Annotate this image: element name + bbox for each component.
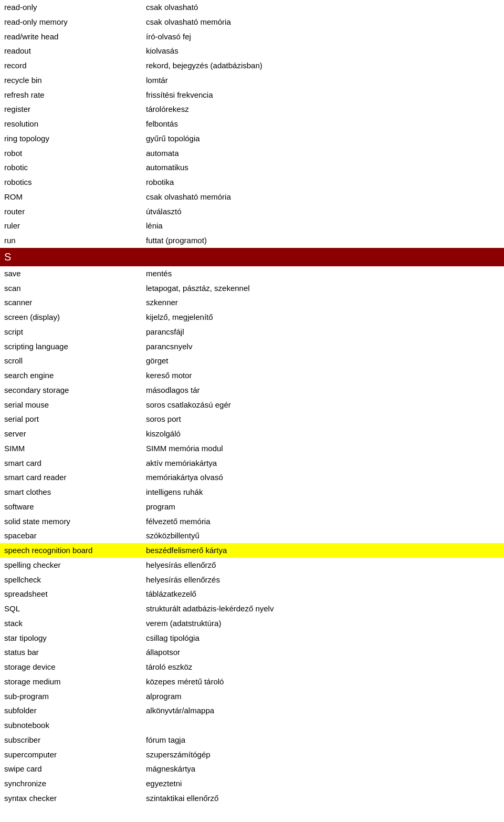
- term: subscriber: [0, 733, 142, 747]
- translation: alkönyvtár/almappa: [142, 703, 504, 718]
- translation: parancsnyelv: [142, 339, 504, 354]
- term: resolution: [0, 117, 142, 131]
- list-item: screen (display) kijelző, megjelenítő: [0, 310, 504, 325]
- list-item: subnotebook: [0, 718, 504, 733]
- term: SIMM: [0, 441, 142, 456]
- list-item: ROM csak olvasható memória: [0, 190, 504, 204]
- translation: SIMM memória modul: [142, 441, 504, 456]
- translation: futtat (programot): [142, 233, 504, 248]
- list-item: scan letapogat, pásztáz, szekennel: [0, 281, 504, 296]
- list-item: smart clothes intelligens ruhák: [0, 485, 504, 500]
- term: sub-program: [0, 689, 142, 704]
- translation: frissítési frekvencia: [142, 88, 504, 102]
- term: register: [0, 102, 142, 117]
- translation: csak olvasható memória: [142, 190, 504, 204]
- term: spreadsheet: [0, 587, 142, 601]
- translation: soros port: [142, 412, 504, 426]
- term: supercomputer: [0, 747, 142, 762]
- term: software: [0, 500, 142, 514]
- list-item: robot automata: [0, 146, 504, 161]
- translation: közepes méretű tároló: [142, 674, 504, 689]
- list-item: syntax checker szintaktikai ellenőrző: [0, 791, 504, 806]
- list-item: spelling checker helyesírás ellenőrző: [0, 558, 504, 573]
- list-item: SIMM SIMM memória modul: [0, 441, 504, 456]
- list-item: save mentés: [0, 266, 504, 281]
- translation: csillag tipológia: [142, 631, 504, 646]
- list-item: server kiszolgáló: [0, 426, 504, 441]
- list-item: solid state memory félvezető memória: [0, 514, 504, 529]
- translation: egyeztetni: [142, 776, 504, 791]
- translation: robotika: [142, 175, 504, 190]
- term: read-only: [0, 0, 142, 15]
- list-item: ring topology gyűrű topológia: [0, 131, 504, 146]
- list-item: robotic automatikus: [0, 160, 504, 175]
- term: ROM: [0, 190, 142, 204]
- term: synchronize: [0, 776, 142, 791]
- translation: verem (adatstruktúra): [142, 616, 504, 631]
- translation: csak olvasható: [142, 0, 504, 15]
- term: smart card reader: [0, 470, 142, 485]
- translation: beszédfelismerő kártya: [142, 543, 504, 558]
- translation: gyűrű topológia: [142, 131, 504, 146]
- translation: strukturált adatbázis-lekérdező nyelv: [142, 601, 504, 616]
- translation: [142, 718, 504, 733]
- list-item: readout kiolvasás: [0, 44, 504, 58]
- term: save: [0, 266, 142, 281]
- translation: szuperszámítógép: [142, 747, 504, 762]
- list-item: serial port soros port: [0, 412, 504, 426]
- term: subfolder: [0, 703, 142, 718]
- list-item: resolution felbontás: [0, 117, 504, 131]
- list-item: swipe card mágneskártya: [0, 762, 504, 776]
- term: scan: [0, 281, 142, 296]
- translation: lomtár: [142, 73, 504, 88]
- term: syntax checker: [0, 791, 142, 806]
- list-item: SQL strukturált adatbázis-lekérdező nyel…: [0, 601, 504, 616]
- term: script: [0, 325, 142, 339]
- term: smart clothes: [0, 485, 142, 500]
- list-item: sub-program alprogram: [0, 689, 504, 704]
- list-item: record rekord, bejegyzés (adatbázisban): [0, 58, 504, 73]
- list-item: scanner szkenner: [0, 295, 504, 310]
- list-item: smart card reader memóriakártya olvasó: [0, 470, 504, 485]
- translation: táblázatkezelő: [142, 587, 504, 601]
- translation: fórum tagja: [142, 733, 504, 747]
- term: scripting language: [0, 339, 142, 354]
- term: SQL: [0, 601, 142, 616]
- translation: mágneskártya: [142, 762, 504, 776]
- translation: kiolvasás: [142, 44, 504, 58]
- term: robotics: [0, 175, 142, 190]
- list-item: read/write head író-olvasó fej: [0, 29, 504, 44]
- translation: helyesírás ellenőrző: [142, 558, 504, 573]
- term: ring topology: [0, 131, 142, 146]
- term: ruler: [0, 218, 142, 233]
- translation: szkenner: [142, 295, 504, 310]
- translation: helyesírás ellenőrzés: [142, 573, 504, 587]
- translation: író-olvasó fej: [142, 29, 504, 44]
- list-item: scripting language parancsnyelv: [0, 339, 504, 354]
- term: solid state memory: [0, 514, 142, 529]
- translation: memóriakártya olvasó: [142, 470, 504, 485]
- list-item: supercomputer szuperszámítógép: [0, 747, 504, 762]
- term: swipe card: [0, 762, 142, 776]
- list-item: search engine kereső motor: [0, 368, 504, 383]
- list-item: read-only memory csak olvasható memória: [0, 15, 504, 29]
- translation: görget: [142, 353, 504, 368]
- term: star tipology: [0, 631, 142, 646]
- term: screen (display): [0, 310, 142, 325]
- list-item: storage medium közepes méretű tároló: [0, 674, 504, 689]
- translation: szóközbillentyű: [142, 528, 504, 543]
- translation: alprogram: [142, 689, 504, 704]
- term: secondary storage: [0, 383, 142, 398]
- list-item: run futtat (programot): [0, 233, 504, 248]
- term: read-only memory: [0, 15, 142, 29]
- translation: soros csatlakozású egér: [142, 398, 504, 412]
- term: smart card: [0, 456, 142, 471]
- list-item: spreadsheet táblázatkezelő: [0, 587, 504, 601]
- list-item: storage device tároló eszköz: [0, 660, 504, 674]
- list-item: register tárolórekesz: [0, 102, 504, 117]
- section-label-s: S: [0, 248, 504, 266]
- list-item: scroll görget: [0, 353, 504, 368]
- dictionary-table: read-only csak olvasható read-only memor…: [0, 0, 504, 806]
- list-item: recycle bin lomtár: [0, 73, 504, 88]
- term: stack: [0, 616, 142, 631]
